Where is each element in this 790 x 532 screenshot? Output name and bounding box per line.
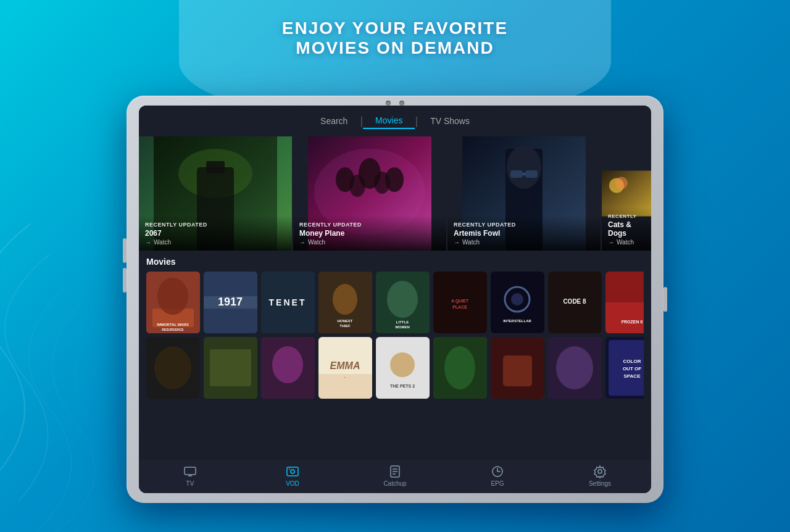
tv-icon (183, 465, 197, 478)
movie-thumb-little-women[interactable]: LITTLE WOMEN (376, 272, 430, 333)
featured-row: RECENTLY UPDATED 2067 → Watch (139, 136, 651, 251)
bottom-nav-vod[interactable]: VOD (241, 465, 344, 487)
svg-point-86 (598, 470, 602, 473)
featured-card-money-plane[interactable]: RECENTLY UPDATED Money Plane → Watch (293, 136, 447, 251)
bottom-nav-epg[interactable]: EPG (446, 465, 549, 487)
arrow-icon-cats-dogs: → (608, 239, 614, 246)
movie-label-tenet: TENET (261, 272, 315, 333)
movie-label-color-out-of-space: COLOR OUT OF SPACE (605, 337, 644, 399)
bottom-nav-vod-label: VOD (286, 480, 299, 487)
svg-text:HONEST: HONEST (337, 319, 352, 323)
movie-thumb-tenet[interactable]: TENET (261, 272, 315, 333)
movie-thumb-row2-2[interactable] (204, 337, 257, 399)
svg-text:IMMORTAL WARS: IMMORTAL WARS (157, 323, 188, 326)
card-overlay-2067: RECENTLY UPDATED 2067 → Watch (139, 215, 292, 251)
svg-text:1917: 1917 (218, 296, 243, 308)
svg-point-14 (507, 146, 541, 189)
epg-icon (491, 465, 504, 478)
featured-card-2067[interactable]: RECENTLY UPDATED 2067 → Watch (139, 136, 293, 251)
svg-point-36 (387, 281, 418, 318)
svg-point-80 (289, 468, 290, 470)
movies-section-title: Movies (146, 257, 644, 267)
nav-tvshows[interactable]: TV Shows (418, 114, 482, 128)
svg-text:A QUIET: A QUIET (451, 299, 469, 304)
movie-thumb-frozen2[interactable]: FROZEN II (605, 272, 644, 333)
movie-thumb-quiet-place[interactable]: A QUIET PLACE (433, 272, 487, 333)
movie-thumb-row2-6[interactable] (433, 337, 487, 399)
movie-thumb-interstellar[interactable]: INTERSTELLAR (491, 272, 544, 333)
card-watch-2067[interactable]: → Watch (145, 239, 286, 246)
card-title-2067: 2067 (145, 229, 286, 238)
movies-row-1: IMMORTAL WARS RESURGENCE 1917 (146, 272, 644, 333)
bottom-nav-catchup[interactable]: Catchup (344, 465, 446, 487)
nav-movies[interactable]: Movies (363, 113, 415, 129)
movie-thumb-code8[interactable]: CODE 8 (548, 272, 602, 333)
svg-text:THE PETS 2: THE PETS 2 (390, 384, 415, 388)
svg-rect-78 (287, 467, 298, 476)
card-badge-cats-dogs: RECENTLY (608, 214, 645, 219)
volume-down-button (123, 268, 127, 293)
nav-bar: Search | Movies | TV Shows (139, 106, 651, 136)
card-overlay-artemis-fowl: RECENTLY UPDATED Artemis Fowl → Watch (447, 215, 601, 251)
movie-thumb-honest-thief[interactable]: HONEST THIEF (318, 272, 372, 333)
svg-point-65 (444, 346, 475, 389)
svg-rect-16 (525, 170, 538, 178)
svg-text:OUT OF: OUT OF (623, 366, 641, 372)
power-button (663, 287, 667, 312)
movie-label-pets2: THE PETS 2 (376, 337, 430, 399)
svg-point-52 (154, 346, 191, 389)
movie-thumb-emma[interactable]: EMMA . (318, 337, 372, 399)
movie-thumb-1917[interactable]: 1917 (204, 272, 257, 333)
tablet-left-buttons (123, 238, 127, 293)
nav-search[interactable]: Search (308, 114, 360, 128)
card-badge-money-plane: RECENTLY UPDATED (299, 222, 440, 228)
arrow-icon-money-plane: → (299, 239, 306, 246)
svg-rect-54 (210, 349, 251, 386)
movie-label-honest-thief: HONEST THIEF (318, 272, 372, 333)
movies-row-2: EMMA . THE PETS 2 (146, 337, 644, 399)
movie-label-frozen2: FROZEN II (605, 272, 644, 333)
movie-thumb-row2-8[interactable] (548, 337, 602, 399)
svg-point-20 (615, 177, 628, 189)
movie-label-immortal-wars: IMMORTAL WARS RESURGENCE (146, 272, 200, 333)
svg-point-10 (349, 175, 365, 197)
svg-text:SPACE: SPACE (624, 373, 641, 379)
svg-rect-75 (185, 467, 196, 475)
movie-thumb-pets2[interactable]: THE PETS 2 (376, 337, 430, 399)
hero-section: ENJOY YOUR FAVORITE MOVIES ON DEMAND (282, 19, 508, 58)
movie-thumb-row2-3[interactable] (261, 337, 315, 399)
svg-text:THIEF: THIEF (339, 324, 351, 328)
svg-text:FROZEN II: FROZEN II (622, 320, 643, 324)
svg-rect-17 (523, 173, 525, 175)
arrow-icon-2067: → (145, 239, 151, 246)
svg-point-79 (291, 470, 294, 473)
svg-point-11 (374, 172, 390, 194)
bottom-nav-epg-label: EPG (491, 480, 504, 487)
movie-thumb-row2-7[interactable] (491, 337, 544, 399)
featured-card-artemis-fowl[interactable]: RECENTLY UPDATED Artemis Fowl → Watch (447, 136, 602, 251)
movie-thumb-row2-1[interactable] (146, 337, 200, 399)
svg-text:WOMEN: WOMEN (395, 325, 410, 329)
bottom-nav-tv[interactable]: TV (139, 465, 241, 487)
card-title-artemis-fowl: Artemis Fowl (454, 229, 594, 238)
movie-label-1917: 1917 (204, 272, 257, 333)
movie-thumb-immortal-wars[interactable]: IMMORTAL WARS RESURGENCE (146, 272, 200, 333)
bottom-nav-settings[interactable]: Settings (549, 465, 651, 487)
card-badge-artemis-fowl: RECENTLY UPDATED (454, 222, 594, 228)
featured-card-cats-dogs[interactable]: RECENTLY Cats & Dogs → Watch (602, 136, 651, 251)
card-watch-money-plane[interactable]: → Watch (299, 239, 440, 246)
card-watch-artemis-fowl[interactable]: → Watch (454, 239, 594, 246)
movie-label-interstellar: INTERSTELLAR (491, 272, 544, 333)
svg-text:LITTLE: LITTLE (396, 320, 409, 324)
movie-label-code8: CODE 8 (548, 272, 602, 333)
card-title-money-plane: Money Plane (299, 229, 440, 238)
svg-rect-15 (510, 170, 523, 178)
movies-section: Movies IMMORTAL WARS RESURGENCE (139, 251, 651, 404)
movie-label-quiet-place: A QUIET PLACE (433, 272, 487, 333)
movie-thumb-color-out-of-space[interactable]: COLOR OUT OF SPACE (605, 337, 644, 399)
hero-line2: MOVIES ON DEMAND (282, 38, 508, 58)
svg-rect-67 (503, 355, 532, 386)
card-overlay-cats-dogs: RECENTLY Cats & Dogs → Watch (602, 207, 651, 251)
tablet-right-buttons (663, 287, 667, 312)
card-watch-cats-dogs[interactable]: → Watch (608, 239, 645, 246)
